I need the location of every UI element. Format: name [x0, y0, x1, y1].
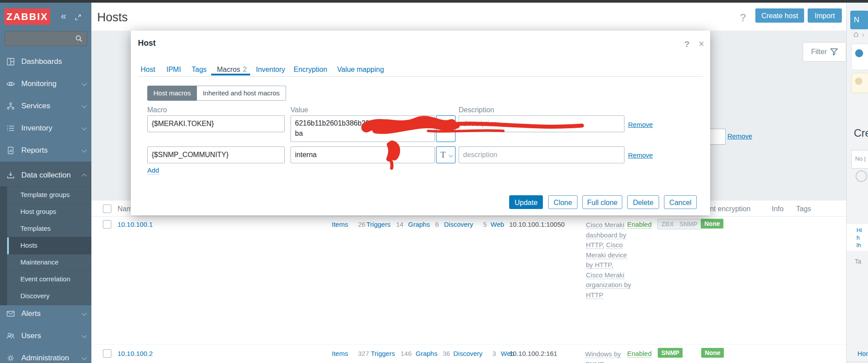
items-link[interactable]: Items — [332, 221, 348, 228]
sliver-info-card — [851, 43, 868, 70]
chevron-down-icon — [449, 121, 453, 126]
sidebar-item-host-groups[interactable]: Host groups — [7, 203, 91, 221]
row-checkbox[interactable] — [103, 220, 111, 229]
column-header-tags: Tags — [796, 205, 811, 213]
tab-tags[interactable]: Tags — [192, 66, 207, 74]
web-link[interactable]: Web — [491, 221, 504, 228]
search-input[interactable] — [8, 33, 71, 44]
full-clone-button[interactable]: Full clone — [582, 195, 622, 209]
template-link[interactable]: Windows by SNMP — [585, 350, 621, 363]
sidebar-collapse-icon[interactable]: « — [61, 12, 66, 21]
discovery-link[interactable]: Discovery — [444, 221, 473, 228]
page-header: Hosts ? Create host Import — [91, 3, 846, 31]
items-link[interactable]: Items — [332, 350, 348, 357]
sidebar-expand-icon[interactable] — [75, 14, 82, 21]
sliver-home-link-fragment[interactable]: Hom — [857, 350, 868, 357]
tab-ipmi[interactable]: IPMI — [166, 66, 181, 74]
graphs-count: 36 — [443, 350, 450, 357]
cancel-button[interactable]: Cancel — [664, 195, 697, 209]
sidebar-item-maintenance[interactable]: Maintenance — [7, 254, 91, 271]
background-remove-link[interactable]: Remove — [727, 132, 752, 140]
triggers-link[interactable]: Triggers — [371, 350, 395, 357]
inherited-macros-toggle[interactable]: Inherited and host macros — [197, 86, 286, 101]
sidebar-item-services[interactable]: Services — [0, 95, 91, 117]
discovery-link[interactable]: Discovery — [453, 350, 483, 357]
data-collection-section: Data collection Template groups Host gro… — [0, 162, 91, 305]
zabbix-app: ZABBIX « Dashboards Monitoring — [0, 0, 868, 363]
graphs-link[interactable]: Graphs — [408, 221, 430, 228]
sliver-input-fragment: No | — [851, 150, 868, 169]
sliver-breadcrumb: › — [853, 31, 864, 38]
macro-description-input[interactable] — [459, 146, 624, 163]
home-icon[interactable] — [853, 32, 859, 38]
graphs-link[interactable]: Graphs — [416, 350, 437, 357]
modal-help-icon[interactable]: ? — [684, 39, 690, 49]
inventory-list-icon — [6, 124, 15, 133]
import-button[interactable]: Import — [808, 8, 842, 23]
row-checkbox[interactable] — [103, 349, 111, 358]
sliver-create-heading-fragment: Cre — [854, 127, 868, 139]
chevron-down-icon — [449, 153, 453, 158]
clone-button[interactable]: Clone — [548, 195, 577, 209]
macro-type-select[interactable]: T — [436, 146, 456, 163]
sliver-link-fragment[interactable]: Hi — [856, 227, 862, 233]
host-macros-toggle[interactable]: Host macros — [147, 86, 197, 101]
chevron-down-icon — [82, 125, 86, 130]
sidebar-item-templates[interactable]: Templates — [7, 220, 91, 237]
triggers-link[interactable]: Triggers — [366, 221, 390, 228]
remove-macro-link[interactable]: Remove — [628, 151, 653, 159]
help-icon[interactable]: ? — [740, 12, 746, 24]
sidebar-item-dashboards[interactable]: Dashboards — [0, 51, 91, 73]
macro-description-input[interactable] — [459, 115, 624, 132]
tab-encryption[interactable]: Encryption — [294, 66, 327, 74]
table-header-divider — [91, 216, 846, 217]
macro-name-input[interactable] — [147, 146, 285, 163]
macro-column-label: Macro — [147, 106, 167, 114]
sidebar-item-inventory[interactable]: Inventory — [0, 117, 91, 139]
sidebar-item-event-correlation[interactable]: Event correlation — [7, 271, 91, 288]
tab-host[interactable]: Host — [141, 66, 155, 74]
sidebar-item-administration[interactable]: Administration — [0, 347, 91, 363]
chevron-down-icon — [82, 333, 86, 338]
value-column-label: Value — [291, 106, 308, 114]
sidebar-item-users[interactable]: Users — [0, 325, 91, 347]
items-count: 327 — [358, 350, 369, 357]
sidebar-item-alerts[interactable]: Alerts — [0, 303, 91, 325]
macro-value-input[interactable]: 6216b11b2601b386b29d3a4 ba — [291, 115, 435, 142]
sidebar-item-hosts[interactable]: Hosts — [7, 237, 91, 254]
macro-type-select[interactable]: T — [436, 115, 456, 142]
tab-value-mapping[interactable]: Value mapping — [337, 66, 384, 74]
chevron-down-icon — [82, 81, 86, 86]
sliver-link-fragment[interactable]: h — [856, 234, 860, 241]
zabbix-logo[interactable]: ZABBIX — [4, 8, 50, 25]
close-icon[interactable]: × — [699, 38, 704, 50]
tab-inventory[interactable]: Inventory — [256, 66, 285, 74]
macro-value-input[interactable] — [291, 146, 435, 163]
search-icon[interactable] — [75, 35, 83, 43]
delete-button[interactable]: Delete — [627, 195, 659, 209]
sidebar-item-reports[interactable]: Reports — [0, 139, 91, 162]
templates-cell: Cisco Meraki dashboard by HTTP, Cisco Me… — [586, 220, 631, 300]
status-enabled[interactable]: Enabled — [627, 350, 652, 358]
add-macro-link[interactable]: Add — [147, 166, 159, 174]
update-button[interactable]: Update — [509, 195, 543, 209]
sidebar-item-monitoring[interactable]: Monitoring — [0, 73, 91, 95]
host-interface: 10.10.100.2:161 — [509, 350, 557, 357]
filter-tab[interactable]: Filter — [803, 42, 846, 62]
sliver-mini-panel: Hi h lh — [847, 224, 868, 251]
triggers-count: 14 — [396, 221, 404, 228]
host-name-link[interactable]: 10.10.100.1 — [118, 221, 153, 228]
info-dot-icon — [855, 49, 863, 57]
tab-macros[interactable]: Macros2 — [217, 66, 247, 74]
sliver-link-fragment[interactable]: lh — [856, 242, 861, 249]
status-enabled[interactable]: Enabled — [627, 221, 652, 229]
sidebar-item-template-groups[interactable]: Template groups — [7, 186, 91, 204]
select-all-checkbox[interactable] — [103, 205, 111, 213]
remove-macro-link[interactable]: Remove — [628, 121, 653, 128]
dashboards-icon — [6, 57, 15, 66]
template-link[interactable]: Cisco Meraki organization by HTTP — [586, 271, 631, 299]
create-host-button[interactable]: Create host — [755, 8, 804, 23]
macro-name-input[interactable] — [147, 115, 285, 132]
host-name-link[interactable]: 10.10.100.2 — [118, 350, 153, 357]
sidebar-item-data-collection[interactable]: Data collection — [0, 164, 91, 186]
